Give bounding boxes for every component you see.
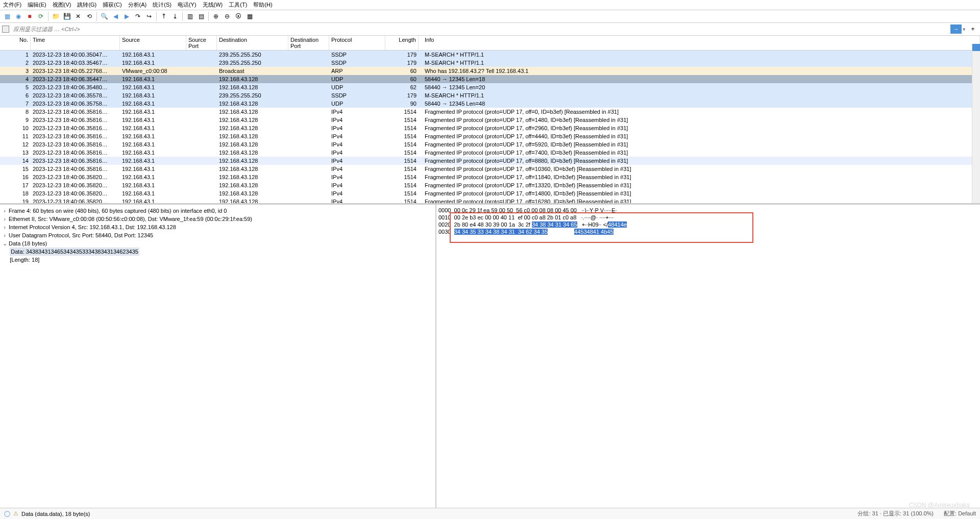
hex-bytes-selected[interactable]: 34 34 35 33 34 38 34 31 34 62 34 35 bbox=[454, 229, 548, 235]
table-row[interactable]: 162023-12-23 18:40:06.35820…192.168.43.1… bbox=[0, 173, 980, 181]
bookmark-icon[interactable] bbox=[2, 26, 9, 33]
col-dest[interactable]: Destination bbox=[217, 36, 288, 50]
hex-bytes[interactable]: 00 2e b3 ec 00 00 40 11 ef 00 c0 a8 2b 0… bbox=[454, 214, 577, 220]
expert-icon[interactable]: ⚠ bbox=[13, 510, 18, 517]
menu-item[interactable]: 工具(T) bbox=[229, 1, 247, 9]
save-icon[interactable]: 💾 bbox=[62, 11, 72, 21]
ethernet-line[interactable]: Ethernet II, Src: VMware_c0:00:08 (00:50… bbox=[9, 216, 252, 222]
add-filter-button[interactable]: + bbox=[968, 24, 978, 34]
hex-bytes[interactable]: 00 0c 29 1f ea 59 00 50 56 c0 00 08 08 0… bbox=[454, 207, 577, 213]
frame-line[interactable]: Frame 4: 60 bytes on wire (480 bits), 60… bbox=[9, 208, 227, 214]
hex-offset: 0020 bbox=[438, 221, 451, 228]
table-row[interactable]: 132023-12-23 18:40:06.35816…192.168.43.1… bbox=[0, 149, 980, 157]
table-row[interactable]: 52023-12-23 18:40:06.35480…192.168.43.11… bbox=[0, 83, 980, 91]
autoscroll-icon[interactable]: ▥ bbox=[185, 11, 195, 21]
table-row[interactable]: 112023-12-23 18:40:06.35816…192.168.43.1… bbox=[0, 132, 980, 140]
interfaces-icon[interactable]: ▦ bbox=[2, 11, 12, 21]
table-row[interactable]: 172023-12-23 18:40:06.35820…192.168.43.1… bbox=[0, 181, 980, 189]
info-icon[interactable]: ◯ bbox=[4, 510, 10, 517]
apply-filter-icon[interactable]: → bbox=[950, 24, 962, 34]
table-row[interactable]: 152023-12-23 18:40:06.35816…192.168.43.1… bbox=[0, 165, 980, 173]
chevron-right-icon[interactable]: › bbox=[2, 207, 7, 215]
menu-item[interactable]: 捕获(C) bbox=[103, 1, 121, 9]
data-line[interactable]: Data (18 bytes) bbox=[9, 240, 47, 246]
table-row[interactable]: 62023-12-23 18:40:06.35578…192.168.43.12… bbox=[0, 91, 980, 100]
menu-item[interactable]: 视图(V) bbox=[53, 1, 71, 9]
col-protocol[interactable]: Protocol bbox=[329, 36, 385, 50]
hex-ascii-selected[interactable]: 44534841 4b45 bbox=[574, 229, 613, 235]
table-row[interactable]: 182023-12-23 18:40:06.35820…192.168.43.1… bbox=[0, 189, 980, 197]
table-row[interactable]: 192023-12-23 18:40:06.35820…192.168.43.1… bbox=[0, 197, 980, 204]
packet-scrollbar[interactable] bbox=[972, 44, 980, 203]
chevron-right-icon[interactable]: › bbox=[2, 215, 7, 223]
ip-line[interactable]: Internet Protocol Version 4, Src: 192.16… bbox=[9, 224, 176, 230]
packet-bytes-pane[interactable]: 0000 00 0c 29 1f ea 59 00 50 56 c0 00 08… bbox=[436, 205, 980, 508]
prev-icon[interactable]: ◀ bbox=[110, 11, 120, 21]
chevron-down-icon[interactable]: ⌄ bbox=[2, 239, 7, 248]
restart-capture-icon[interactable]: ⟳ bbox=[36, 11, 46, 21]
jump-icon[interactable]: ↷ bbox=[133, 11, 143, 21]
hex-bytes-selected[interactable]: 34 38 34 31 34 65 bbox=[532, 221, 577, 228]
col-srcport[interactable]: Source Port bbox=[186, 36, 217, 50]
col-time[interactable]: Time bbox=[31, 36, 120, 50]
data-value-line[interactable]: Data: 3438343134653434353334383431346234… bbox=[10, 248, 139, 256]
separator bbox=[208, 12, 209, 21]
first-icon[interactable]: ⤒ bbox=[159, 11, 169, 21]
chevron-right-icon[interactable]: › bbox=[2, 231, 7, 239]
hex-ascii[interactable]: +··H09·· </ bbox=[582, 221, 608, 228]
col-length[interactable]: Length bbox=[385, 36, 419, 50]
col-dstport[interactable]: Destination Port bbox=[288, 36, 329, 50]
close-icon[interactable]: ✕ bbox=[73, 11, 83, 21]
menu-item[interactable]: 编辑(E) bbox=[28, 1, 46, 9]
table-row[interactable]: 72023-12-23 18:40:06.35758…192.168.43.11… bbox=[0, 100, 980, 108]
next-icon[interactable]: ▶ bbox=[121, 11, 132, 21]
udp-line[interactable]: User Datagram Protocol, Src Port: 58440,… bbox=[9, 232, 153, 238]
table-row[interactable]: 122023-12-23 18:40:06.35816…192.168.43.1… bbox=[0, 140, 980, 149]
menu-item[interactable]: 分析(A) bbox=[128, 1, 147, 9]
zoom-out-icon[interactable]: ⊖ bbox=[222, 11, 232, 21]
table-row[interactable]: 142023-12-23 18:40:06.35816…192.168.43.1… bbox=[0, 157, 980, 165]
status-profile[interactable]: 配置: Default bbox=[944, 510, 976, 517]
last-icon[interactable]: ⤓ bbox=[170, 11, 180, 21]
table-row[interactable]: 92023-12-23 18:40:06.35816…192.168.43.11… bbox=[0, 116, 980, 124]
chevron-right-icon[interactable]: › bbox=[2, 223, 7, 231]
menu-item[interactable]: 无线(W) bbox=[203, 1, 223, 9]
col-no[interactable]: No. bbox=[0, 36, 31, 50]
find-icon[interactable]: 🔍 bbox=[99, 11, 109, 21]
hex-ascii[interactable]: ··)··Y·P V·····E· bbox=[581, 207, 617, 213]
reload-icon[interactable]: ⟲ bbox=[84, 11, 94, 21]
display-filter-input[interactable] bbox=[11, 25, 948, 33]
resize-cols-icon[interactable]: ▦ bbox=[244, 11, 255, 21]
open-icon[interactable]: 📁 bbox=[51, 11, 61, 21]
hex-bytes[interactable]: 2b 80 e4 48 30 39 00 1a 3c 2f bbox=[454, 221, 532, 228]
packet-list-header[interactable]: No. Time Source Source Port Destination … bbox=[0, 36, 980, 51]
hex-offset: 0010 bbox=[438, 214, 451, 220]
goto-icon[interactable]: ↪ bbox=[144, 11, 154, 21]
zoom-reset-icon[interactable]: ⦿ bbox=[233, 11, 243, 21]
separator bbox=[182, 12, 183, 21]
col-info[interactable]: Info bbox=[419, 36, 980, 50]
filter-dropdown-icon[interactable]: ▾ bbox=[963, 26, 966, 33]
packet-list-body[interactable]: 12023-12-23 18:40:00.35047…192.168.43.12… bbox=[0, 51, 980, 204]
packet-details-pane[interactable]: › Frame 4: 60 bytes on wire (480 bits), … bbox=[0, 205, 436, 508]
zoom-in-icon[interactable]: ⊕ bbox=[211, 11, 221, 21]
col-source[interactable]: Source bbox=[120, 36, 186, 50]
start-capture-icon[interactable]: ◉ bbox=[13, 11, 23, 21]
table-row[interactable]: 82023-12-23 18:40:06.35816…192.168.43.11… bbox=[0, 108, 980, 116]
table-row[interactable]: 12023-12-23 18:40:00.35047…192.168.43.12… bbox=[0, 51, 980, 59]
menu-item[interactable]: 帮助(H) bbox=[253, 1, 272, 9]
menu-item[interactable]: 文件(F) bbox=[3, 1, 21, 9]
colorize-icon[interactable]: ▤ bbox=[196, 11, 206, 21]
stop-capture-icon[interactable]: ■ bbox=[24, 11, 35, 21]
table-row[interactable]: 32023-12-23 18:40:05.22768…VMware_c0:00:… bbox=[0, 67, 980, 75]
length-line[interactable]: [Length: 18] bbox=[10, 257, 39, 263]
hex-ascii-selected[interactable]: 48414e bbox=[608, 221, 627, 228]
menu-item[interactable]: 统计(S) bbox=[153, 1, 172, 9]
table-row[interactable]: 22023-12-23 18:40:03.35467…192.168.43.12… bbox=[0, 59, 980, 67]
table-row[interactable]: 42023-12-23 18:40:06.35447…192.168.43.11… bbox=[0, 75, 980, 83]
status-bar: ◯ ⚠ Data (data.data), 18 byte(s) 分组: 31 … bbox=[0, 508, 980, 519]
menu-item[interactable]: 电话(Y) bbox=[178, 1, 197, 9]
table-row[interactable]: 102023-12-23 18:40:06.35816…192.168.43.1… bbox=[0, 124, 980, 132]
hex-ascii[interactable]: ·.····@· ····+··· bbox=[581, 214, 614, 220]
menu-item[interactable]: 跳转(G) bbox=[77, 1, 96, 9]
